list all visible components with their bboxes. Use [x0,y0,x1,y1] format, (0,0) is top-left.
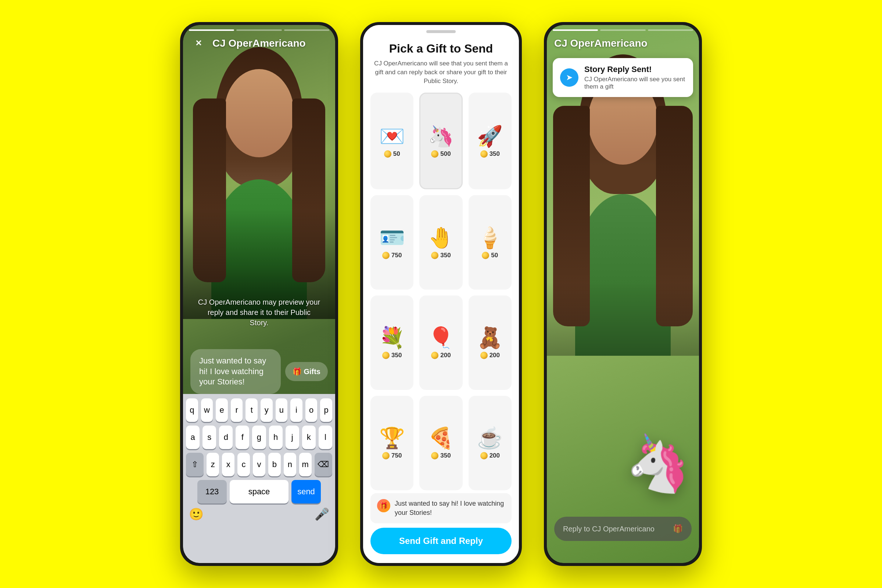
key-g[interactable]: g [252,426,266,449]
gift-cost-wave: 350 [431,252,450,259]
key-k[interactable]: k [302,426,316,449]
gift-cost-value-3: 350 [489,150,500,158]
coin-icon-4 [382,252,390,259]
key-l[interactable]: l [319,426,332,449]
gift-cost-value-12: 200 [489,452,500,459]
reply-text-input[interactable]: Just wanted to say hi! I love watching y… [190,349,281,394]
reply-bar-3[interactable]: Reply to CJ OperAmericano 🎁 [554,517,692,541]
phone-2: Pick a Gift to Send CJ OperAmericano wil… [360,22,522,566]
gift-item-pizza[interactable]: 🍕 350 [419,396,462,490]
coin-icon-7 [382,352,390,359]
key-123[interactable]: 123 [197,480,227,504]
coin-icon-10 [382,452,390,459]
reply-input-bar: Just wanted to say hi! I love watching y… [190,349,328,394]
mic-key[interactable]: 🎤 [315,507,329,521]
gift-picker-header: Pick a Gift to Send CJ OperAmericano wil… [363,38,519,90]
sent-notification-card: ➤ Story Reply Sent! CJ OperAmericano wil… [553,58,693,97]
gift-emoji-flowers: 💐 [379,327,405,348]
story-username: CJ OperAmericano [212,38,306,49]
notification-icon: ➤ [560,68,579,87]
progress-bar-3-2 [600,29,645,31]
notification-subtitle: CJ OperAmericano will see you sent them … [584,76,686,90]
key-a[interactable]: a [186,426,200,449]
phone-1: ✕ CJ OperAmericano CJ OperAmericano may … [180,22,338,566]
gift-cost-value-9: 200 [489,352,500,359]
story-username-3: CJ OperAmericano [554,38,648,49]
key-y[interactable]: y [261,398,273,422]
keyboard-bottom-row: 🙂 🎤 [183,507,335,521]
key-shift[interactable]: ⇧ [186,453,204,476]
key-q[interactable]: q [186,398,198,422]
key-p[interactable]: p [320,398,332,422]
gift-item-ice-cream[interactable]: 🍦 50 [469,195,512,290]
keyboard-row-3: ⇧ z x c v b n m ⌫ [186,453,332,476]
notch-bar [363,25,519,38]
key-b[interactable]: b [268,453,281,476]
gift-emoji-trophy: 🏆 [379,428,405,448]
gift-item-trophy[interactable]: 🏆 750 [370,396,413,490]
key-n[interactable]: n [284,453,296,476]
story-header: ✕ CJ OperAmericano [183,25,335,54]
gift-emoji-vip: 🪪 [379,228,405,248]
gifts-button[interactable]: 🎁 Gifts [285,362,328,381]
gift-item-unicorn[interactable]: 🦄 500 [419,93,462,189]
close-button[interactable]: ✕ [190,35,207,51]
gift-message-text: Just wanted to say hi! I love watching y… [395,499,505,518]
gift-item-vip[interactable]: 🪪 750 [370,195,413,290]
key-m[interactable]: m [299,453,312,476]
gift-sender-avatar: 🎁 [377,499,390,512]
gift-grid: 💌 50 🦄 500 🚀 350 [363,90,519,493]
key-e[interactable]: e [216,398,228,422]
key-v[interactable]: v [253,453,266,476]
gift-cost-coffee: 200 [480,452,500,459]
gift-emoji-pizza: 🍕 [428,428,454,448]
key-delete[interactable]: ⌫ [315,453,332,476]
gift-item-balloon[interactable]: 🎈 200 [419,296,462,390]
gift-cost-ice-cream: 50 [482,252,498,259]
send-gift-button[interactable]: Send Gift and Reply [370,528,512,554]
keyboard-row-4: 123 space send [186,480,332,504]
gift-item-wave[interactable]: 🤚 350 [419,195,462,290]
gift-cost-bear: 200 [480,352,500,359]
gift-emoji-love-letter: 💌 [379,126,405,147]
gift-cost-value-5: 350 [440,252,450,259]
coin-icon-11 [431,452,438,459]
phone-3: CJ OperAmericano ➤ Story Reply Sent! CJ … [544,22,702,566]
gift-cost-value-8: 200 [440,352,450,359]
coin-icon-9 [480,352,488,359]
coin-icon-3 [480,150,488,158]
key-x[interactable]: x [222,453,234,476]
key-w[interactable]: w [201,398,213,422]
gift-picker-title: Pick a Gift to Send [374,42,508,56]
key-c[interactable]: c [237,453,250,476]
key-f[interactable]: f [236,426,249,449]
key-d[interactable]: d [219,426,232,449]
gift-cost-value: 50 [393,150,400,158]
coin-icon-6 [482,252,489,259]
key-u[interactable]: u [276,398,288,422]
key-t[interactable]: t [246,398,258,422]
emoji-key[interactable]: 🙂 [189,507,204,521]
gift-item-flowers[interactable]: 💐 350 [370,296,413,390]
gift-item-love-letter[interactable]: 💌 50 [370,93,413,189]
coin-icon-12 [480,452,488,459]
gift-item-bear[interactable]: 🧸 200 [469,296,512,390]
gift-emoji-bear: 🧸 [477,327,503,348]
reply-bar-3-text: Reply to CJ OperAmericano [563,525,654,533]
keyboard-row-1: q w e r t y u i o p [186,398,332,422]
key-h[interactable]: h [269,426,283,449]
key-send[interactable]: send [291,480,321,504]
key-o[interactable]: o [305,398,318,422]
gift-item-coffee[interactable]: ☕ 200 [469,396,512,490]
key-j[interactable]: j [285,426,299,449]
key-z[interactable]: z [207,453,219,476]
key-i[interactable]: i [290,398,303,422]
gift-cost-value-10: 750 [392,452,402,459]
gift-item-rocket[interactable]: 🚀 350 [469,93,512,189]
key-s[interactable]: s [202,426,216,449]
gift-cost-unicorn: 500 [431,150,450,158]
coin-icon-2 [431,150,438,158]
key-space[interactable]: space [230,480,288,504]
reply-bar-3-icon: 🎁 [673,524,683,534]
key-r[interactable]: r [231,398,243,422]
